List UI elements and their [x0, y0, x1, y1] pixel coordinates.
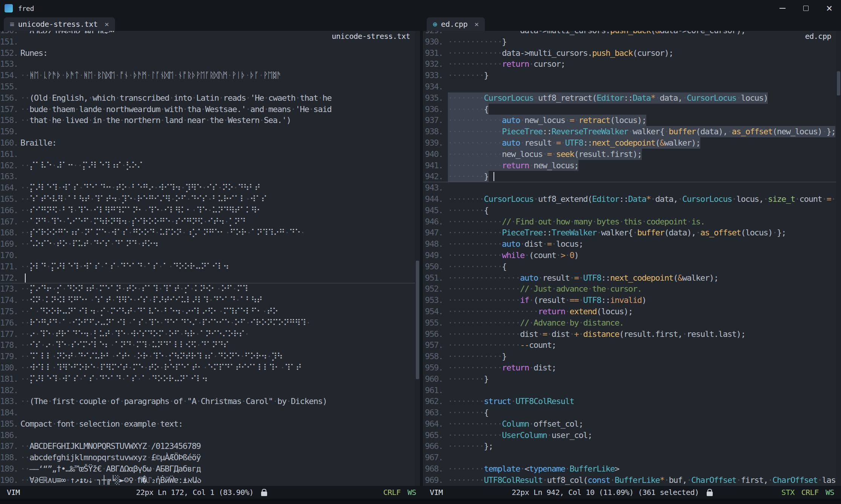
code-line[interactable]: 157.··bude·thaem·lande·northweardum·with…: [0, 104, 420, 115]
code-line[interactable]: 185.Compact·font·selection·example·text:: [0, 418, 420, 430]
code-line[interactable]: 933.········}: [423, 70, 841, 81]
code-line[interactable]: 969.········UTF8ColResult·utf8_col(const…: [423, 475, 841, 486]
code-line[interactable]: 174.··⠪⠝·⠅⠝⠪⠇⠫⠛⠑⠂·⠱⠁⠞·⠹⠻⠑·⠊⠎·⠏⠜⠞⠊⠊⠥⠇⠜⠇⠹·…: [0, 295, 420, 306]
code-line[interactable]: 963.········{: [423, 407, 841, 418]
code-line[interactable]: 956.················dist·=·dist·+·distan…: [423, 329, 841, 340]
code-line[interactable]: 947.············PieceTree::TreeWalker·wa…: [423, 227, 841, 238]
scrollbar-thumb[interactable]: [837, 71, 840, 95]
code-line[interactable]: 159.: [0, 126, 420, 137]
code-line[interactable]: 949.············while·(count·>·0): [423, 250, 841, 261]
code-line[interactable]: 959.············return·dist;: [423, 362, 841, 373]
tab-close-icon[interactable]: ×: [474, 20, 479, 29]
code-line[interactable]: 955.················//·Advance·by·distan…: [423, 317, 841, 329]
code-line[interactable]: 186.: [0, 430, 420, 441]
code-line[interactable]: 156.··(Old·English,·which·transcribed·in…: [0, 92, 420, 104]
code-line[interactable]: 170.: [0, 250, 420, 261]
code-line[interactable]: 934.: [423, 81, 841, 92]
code-line[interactable]: 931.············data->multi_cursors.push…: [423, 48, 841, 59]
code-line[interactable]: 968.········template·<typename·BufferLik…: [423, 463, 841, 475]
code-line[interactable]: 152.Runes:: [0, 48, 420, 59]
code-line[interactable]: 171.··⡕⠇⠙·⡍⠜⠇⠑⠹·⠺⠁⠎·⠁⠎·⠙⠑⠁⠙·⠁⠎·⠁·⠙⠕⠕⠗⠤⠝⠁…: [0, 261, 420, 272]
whitespace-dots: ················: [448, 340, 520, 350]
tab-unicode-stress-txt[interactable]: ≡ unicode-stress.txt ×: [4, 17, 115, 31]
code-line[interactable]: 161.: [0, 149, 420, 160]
code-line[interactable]: 953.················if·(result·==·UTF8::…: [423, 295, 841, 306]
code-line[interactable]: 944.········CursorLocus·utf8_extend(Edit…: [423, 194, 841, 205]
code-line[interactable]: 181.··⡍⠜⠇⠑⠹·⠺⠁⠎·⠁⠎·⠙⠑⠁⠙·⠁⠎·⠁·⠙⠕⠕⠗⠤⠝⠁⠊⠇⠲: [0, 373, 420, 385]
code-line[interactable]: 184.: [0, 407, 420, 418]
pane-split-handle[interactable]: [420, 31, 423, 486]
code-line[interactable]: 957.················--count;: [423, 340, 841, 351]
code-line[interactable]: 169.··⠡⠕⠎⠑·⠞⠕·⠏⠥⠞·⠙⠊⠎·⠙⠁⠝⠙·⠞⠕⠲: [0, 238, 420, 250]
code-line[interactable]: 176.··⠗⠑⠛⠜⠙·⠁·⠊⠕⠋⠋⠔⠤⠝⠁⠊⠇·⠁⠎·⠹⠑·⠙⠑⠁⠙⠑⠌·⠏⠊…: [0, 317, 420, 329]
code-line[interactable]: 965.············UserColumn·user_col;: [423, 430, 841, 441]
code-line[interactable]: 165.··⠱⠁⠞⠑⠧⠻·⠁⠃⠳⠞·⠹⠁⠞⠲·⡹⠑·⠗⠑⠛⠊⠌⠻·⠕⠋·⠙⠊⠎·…: [0, 194, 420, 205]
code-line[interactable]: 937.············auto·new_locus·=·retract…: [423, 115, 841, 126]
code-line[interactable]: 180.··⠺⠊⠇⠇·⠹⠻⠑⠋⠕⠗⠑·⠏⠻⠍⠊⠞·⠍⠑·⠞⠕·⠗⠑⠏⠑⠁⠞⠂·⠑…: [0, 362, 420, 373]
code-line[interactable]: 932.············return·cursor;: [423, 58, 841, 70]
tab-ed-cpp[interactable]: ⊕ ed.cpp ×: [427, 17, 485, 31]
code-line[interactable]: 958.············}: [423, 351, 841, 362]
tab-close-icon[interactable]: ×: [105, 20, 109, 29]
code-line[interactable]: 960.········}: [423, 373, 841, 385]
code-line[interactable]: 945.········{: [423, 205, 841, 216]
scrollbar[interactable]: [415, 31, 420, 486]
code-line[interactable]: 951.················auto·result·=·UTF8::…: [423, 272, 841, 284]
maximize-button[interactable]: [794, 0, 818, 17]
code-line[interactable]: 182.: [0, 385, 420, 396]
code-line[interactable]: 166.··⠎⠊⠛⠝⠫·⠃⠹·⠹⠑·⠊⠇⠻⠛⠹⠍⠁⠝⠂·⠹⠑·⠊⠇⠻⠅⠂·⠹⠑·…: [0, 205, 420, 216]
code-line[interactable]: 961.: [423, 385, 841, 396]
code-line[interactable]: 183.··(The·first·couple·of·paragraphs·of…: [0, 396, 420, 407]
code-line[interactable]: 946.············//·Find·out·how·many·byt…: [423, 216, 841, 227]
code-line[interactable]: 173.··⡍⠔⠙⠖·⡊·⠙⠕⠝⠰⠞·⠍⠑⠁⠝·⠞⠕·⠎⠁⠹·⠹⠁⠞·⡊·⠅⠝⠪…: [0, 283, 420, 295]
code-line[interactable]: 175.··⠁·⠙⠕⠕⠗⠤⠝⠁⠊⠇⠲·⡊·⠍⠊⠣⠞·⠙⠁⠧⠑·⠃⠑⠲·⠔⠊⠇⠔⠫…: [0, 306, 420, 317]
code-line[interactable]: 162.··⡌⠁⠧⠑·⠼⠁⠒··⡍⠜⠇⠑⠹⠰⠎·⡣⠕⠌: [0, 160, 420, 171]
titlebar[interactable]: fred ×: [0, 0, 841, 17]
code-line[interactable]: 189.··–—‘“”„†•…‰™œŠŸž€·ΑΒΓΔΩαβγδω·АБВГДа…: [0, 463, 420, 475]
code-line[interactable]: 167.··⠁⠝⠙·⠹⠑·⠡⠊⠑⠋·⠍⠳⠗⠝⠻⠲·⡎⠊⠗⠕⠕⠛⠑·⠎⠊⠛⠝⠫·⠊…: [0, 216, 420, 227]
code-line[interactable]: 954.····················return·extend(lo…: [423, 306, 841, 317]
code-line[interactable]: 950.············{: [423, 261, 841, 272]
code-line[interactable]: 936.········{: [423, 104, 841, 115]
code-line[interactable]: 158.··that·he·lived·in·the·northern·land…: [0, 115, 420, 126]
editor-pane-left[interactable]: 150.··እግርህን·በፍራሽህ·ልክ·ዘርጋ።151.152.Runes:1…: [0, 31, 420, 486]
code-line[interactable]: 168.··⡎⠊⠗⠕⠕⠛⠑⠰⠎·⠝⠁⠍⠑·⠺⠁⠎·⠛⠕⠕⠙·⠥⠏⠕⠝·⠰⡡⠁⠝⠛…: [0, 227, 420, 238]
code-line[interactable]: 966.········};: [423, 441, 841, 452]
code-line[interactable]: 952.················//·Just·advance·the·…: [423, 283, 841, 295]
code-line[interactable]: 938.············PieceTree::ReverseTreeWa…: [423, 126, 841, 137]
line-text: ········template·<typename·BufferLike>: [448, 463, 619, 475]
code-line[interactable]: 948.············auto·dist·=·locus;: [423, 238, 841, 250]
code-line[interactable]: 190.··∀∂∈ℝ∧∪≡∞·↑↗↨↻⇣·┐┼╔╘░►☺♀·ﬁ�⑀₂ἠḂӥẄɐː…: [0, 475, 420, 486]
code-line[interactable]: 155.: [0, 81, 420, 92]
code-line[interactable]: 939.············auto·result·=·UTF8::next…: [423, 137, 841, 149]
maximize-icon: [803, 6, 809, 11]
scrollbar-thumb[interactable]: [416, 261, 419, 379]
code-line[interactable]: 943.: [423, 182, 841, 194]
code-line[interactable]: 940.············new_locus·=·seek(result.…: [423, 149, 841, 160]
vim-mode-indicator: VIM: [7, 488, 20, 497]
code-line[interactable]: 935.········CursorLocus·utf8_retract(Edi…: [423, 92, 841, 104]
code-line[interactable]: 160.Braille:: [0, 137, 420, 149]
close-button[interactable]: ×: [818, 0, 841, 17]
minimize-button[interactable]: [771, 0, 794, 17]
code-line[interactable]: 967.: [423, 452, 841, 463]
code-line[interactable]: 930.············}: [423, 36, 841, 48]
code-line[interactable]: 154.··ᚻᛖ·ᚳᚹᚫᚦ·ᚦᚫᛏ·ᚻᛖ·ᛒᚢᛞᛖ·ᚩᚾ·ᚦᚫᛗ·ᛚᚪᚾᛞᛖ·ᚾ…: [0, 70, 420, 81]
code-line[interactable]: 942.········}: [423, 171, 841, 182]
code-line[interactable]: 163.: [0, 171, 420, 182]
editor-pane-right[interactable]: 929.················data->multi_cursors.…: [423, 31, 841, 486]
code-line[interactable]: 929.················data->multi_cursors.…: [423, 31, 841, 36]
code-line[interactable]: 188.··abcdefghijklmnopqrstuvwxyz·£©µÀÆÖÞ…: [0, 452, 420, 463]
code-line[interactable]: 964.············Column·offset_col;: [423, 418, 841, 430]
code-line[interactable]: 178.··⠊⠎·⠔·⠹⠑·⠎⠊⠍⠊⠇⠑⠆·⠁⠝⠙·⠍⠹·⠥⠝⠙⠁⠇⠇⠪⠫·⠙⠁…: [0, 340, 420, 351]
code-line[interactable]: 187.··ABCDEFGHIJKLMNOPQRSTUVWXYZ·/012345…: [0, 441, 420, 452]
code-line[interactable]: 962.········struct·UTF8ColResult: [423, 396, 841, 407]
code-line[interactable]: 941.············return·new_locus;: [423, 160, 841, 171]
code-line[interactable]: 177.··⠔·⠹⠑·⠞⠗⠁⠙⠑⠲·⡃⠥⠞·⠹⠑·⠺⠊⠎⠙⠕⠍·⠕⠋·⠳⠗·⠁⠝…: [0, 329, 420, 340]
code-line[interactable]: 153.: [0, 58, 420, 70]
code-line[interactable]: 179.··⠩⠁⠇⠇·⠝⠕⠞·⠙⠊⠌⠥⠗⠃·⠊⠞⠂·⠕⠗·⠹⠑·⡊⠳⠝⠞⠗⠹⠰⠎…: [0, 351, 420, 362]
scrollbar[interactable]: [836, 31, 841, 486]
code-line[interactable]: 164.··⡍⠜⠇⠑⠹·⠺⠁⠎·⠙⠑⠁⠙⠒·⠞⠕·⠃⠑⠛⠔·⠺⠊⠹⠲·⡹⠻⠑·⠊…: [0, 182, 420, 194]
whitespace-dots: ·: [160, 104, 165, 114]
code-line[interactable]: 172.: [0, 272, 420, 284]
